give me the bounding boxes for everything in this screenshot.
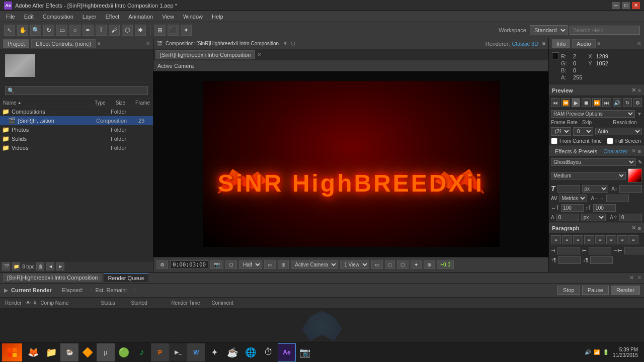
tool-text[interactable]: T: [96, 25, 107, 36]
menu-help[interactable]: Help: [208, 13, 227, 21]
info-menu-btn[interactable]: ≡: [598, 41, 601, 46]
tool-brush[interactable]: 🖌: [109, 25, 120, 36]
taskbar-timer[interactable]: ⏱: [260, 343, 278, 361]
tool-pen[interactable]: ✒: [83, 25, 94, 36]
leading-input[interactable]: Auto: [619, 185, 642, 193]
next-item-btn[interactable]: ►: [56, 262, 64, 270]
taskbar-utorrent[interactable]: µ: [97, 343, 115, 361]
font-name-select[interactable]: GhostBayou: [551, 158, 636, 166]
taskbar-coffee[interactable]: ☕: [223, 343, 242, 361]
comp-settings-btn[interactable]: ⚙: [156, 260, 168, 269]
tool-select[interactable]: ↖: [4, 25, 15, 36]
font-edit-btn[interactable]: ✎: [638, 159, 642, 165]
resolution-select[interactable]: Auto: [595, 128, 642, 135]
ram-preview-select[interactable]: RAM Preview Options: [551, 110, 635, 118]
tool-stamp[interactable]: ⬡: [122, 25, 133, 36]
camera-select[interactable]: Active Camera: [291, 260, 338, 269]
workspace-select[interactable]: Standard: [530, 25, 568, 35]
preview-close-btn[interactable]: ✕: [631, 87, 636, 94]
unit-select[interactable]: px: [581, 214, 606, 221]
menu-composition[interactable]: Composition: [39, 13, 77, 21]
list-item[interactable]: 📁 Photos Folder: [0, 125, 153, 134]
comp-canvas[interactable]: SiNR HighBREEDXii: [153, 71, 548, 257]
region-btn[interactable]: ▭: [264, 260, 276, 269]
taskbar-ram[interactable]: 🐏: [60, 343, 78, 361]
taskbar-word[interactable]: W: [187, 343, 205, 361]
menu-window[interactable]: Window: [179, 13, 207, 21]
project-tab[interactable]: Project: [3, 39, 29, 48]
list-item[interactable]: 📁 Solids Folder: [0, 134, 153, 143]
full-screen-checkbox[interactable]: [607, 138, 613, 144]
new-comp-btn[interactable]: 🎬: [2, 262, 10, 270]
align-justify-left-btn[interactable]: ≡: [617, 235, 627, 244]
tool-zoom[interactable]: 🔍: [30, 25, 41, 36]
baseline-input[interactable]: [556, 214, 579, 221]
network-icon[interactable]: 📶: [594, 349, 600, 355]
taskbar-aftereffects[interactable]: Ae: [278, 343, 296, 361]
comp-tab[interactable]: [SinR]Highbreedxii Intro Composition: [155, 50, 255, 59]
from-current-checkbox[interactable]: [551, 138, 557, 144]
tracking-input[interactable]: 0: [606, 195, 629, 202]
tool-snap[interactable]: ⊞: [154, 25, 166, 36]
prev-item-btn[interactable]: ◄: [46, 262, 54, 270]
prev-last-btn[interactable]: ⏭: [602, 98, 611, 107]
tool-rect[interactable]: ▭: [56, 25, 67, 36]
effects-close-btn[interactable]: ✕: [631, 148, 636, 154]
effects-menu-btn[interactable]: ≡: [638, 148, 641, 154]
render-queue-tab[interactable]: Render Queue: [104, 274, 148, 282]
taskbar-unknown[interactable]: ✦: [205, 343, 223, 361]
audio-tab[interactable]: Audio: [572, 39, 595, 48]
render-close-btn[interactable]: ✕: [629, 275, 634, 281]
character-tab[interactable]: Character: [600, 147, 630, 155]
baseline-offset-input[interactable]: [619, 214, 642, 221]
font-style-select[interactable]: Medium: [551, 172, 626, 179]
tool-hand[interactable]: ✋: [17, 25, 28, 36]
project-search-input[interactable]: [5, 86, 148, 95]
view-count-select[interactable]: 1 View: [340, 260, 369, 269]
new-folder-btn[interactable]: 📁: [12, 262, 20, 270]
font-size-unit-select[interactable]: px: [582, 185, 609, 193]
timecode-display[interactable]: 0;00;03;00: [170, 260, 208, 269]
info-close-btn[interactable]: ✕: [637, 41, 641, 46]
delete-btn[interactable]: 🗑: [36, 262, 44, 270]
preview-menu-btn[interactable]: ≡: [638, 87, 641, 94]
renderer-expand-btn[interactable]: ≡: [542, 41, 545, 46]
ram-select-arrow[interactable]: ▼: [637, 111, 642, 117]
comp-ctrl-btn1[interactable]: ▭: [371, 260, 383, 269]
tool-3d[interactable]: ⬛: [168, 25, 179, 36]
scale-v-input[interactable]: [593, 204, 616, 212]
info-tab[interactable]: Info: [552, 39, 570, 48]
taskbar-clock[interactable]: 5:39 PM 11/23/2015: [613, 347, 638, 358]
taskbar-camera[interactable]: 📷: [296, 343, 314, 361]
align-justify-right-btn[interactable]: ≡: [606, 235, 616, 244]
menu-layer[interactable]: Layer: [78, 13, 101, 21]
panel-menu-btn[interactable]: ≡: [98, 41, 101, 46]
prev-play-btn[interactable]: ▶: [572, 98, 580, 107]
tool-rotate[interactable]: ↻: [43, 25, 54, 36]
col-name[interactable]: Name▲: [3, 100, 22, 106]
prev-audio-btn[interactable]: 🔊: [613, 98, 621, 107]
taskbar-firefox[interactable]: 🦊: [24, 343, 42, 361]
comp-detach-btn[interactable]: ⬡: [291, 41, 295, 46]
panel-close-btn[interactable]: ✕: [146, 41, 150, 46]
taskbar-green-app[interactable]: 🟢: [115, 343, 133, 361]
transparency-btn[interactable]: ⬡: [225, 260, 237, 269]
taskbar-vlc[interactable]: 🔶: [78, 343, 97, 361]
render-menu-btn[interactable]: ≡: [638, 275, 641, 281]
paragraph-close-btn[interactable]: ✕: [631, 225, 636, 231]
menu-file[interactable]: File: [2, 13, 19, 21]
align-justify-btn[interactable]: ≡: [584, 235, 594, 244]
list-item[interactable]: 📁 Compositions Folder: [0, 107, 153, 116]
skip-select[interactable]: 0: [573, 127, 593, 136]
snapshot-btn[interactable]: 📷: [210, 260, 223, 269]
menu-view[interactable]: View: [158, 13, 178, 21]
prev-loop-btn[interactable]: ↻: [623, 98, 631, 107]
comp-ctrl-btn2[interactable]: □: [385, 260, 395, 269]
align-left-btn[interactable]: ≡: [551, 235, 561, 244]
comp-ctrl-btn3[interactable]: ⬡: [397, 260, 409, 269]
indent-first-input[interactable]: 0 px: [624, 247, 644, 254]
kerning-select[interactable]: Metrics: [559, 195, 587, 202]
frame-rate-select[interactable]: (29.97): [551, 127, 571, 136]
prev-first-btn[interactable]: ⏮: [551, 98, 559, 107]
prev-settings-btn[interactable]: ⚙: [633, 98, 642, 107]
